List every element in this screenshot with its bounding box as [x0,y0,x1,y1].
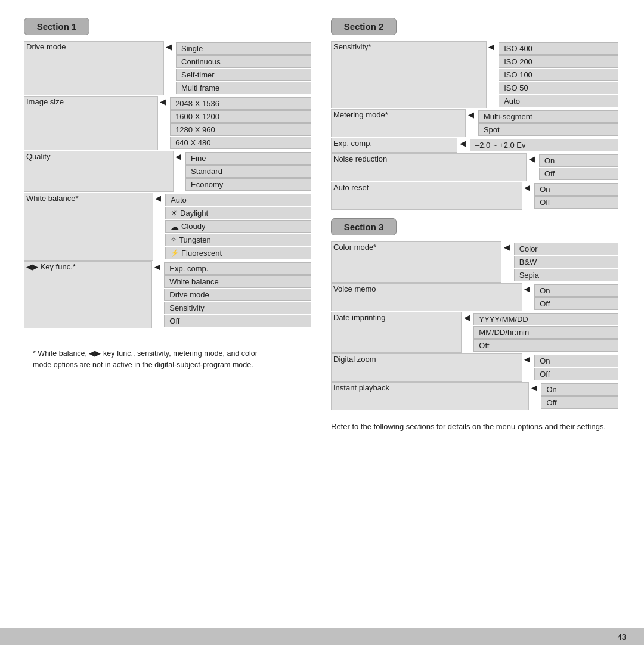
drive-mode-arrow: ◀ [163,42,174,95]
list-item: Off [539,168,618,180]
list-item: White balance [164,275,311,288]
list-item: ☀ Daylight [165,207,311,219]
list-item: Self-timer [176,69,311,81]
note-box: * White balance, ◀▶ key func., sensitivi… [24,342,280,377]
list-item: Multi-segment [478,110,618,123]
section3-digital-zoom: Digital zoom ◀ On Off [331,353,620,382]
digital-zoom-arrow: ◀ [522,354,532,382]
list-item: Sepia [514,269,618,281]
list-item: Economy [185,178,311,191]
list-item: On [534,183,618,196]
section2-header: Section 2 [331,18,620,38]
list-item: Standard [185,165,311,178]
metering-label: Metering mode* [332,110,466,137]
quality-label: Quality [24,151,174,192]
list-item: ✧ Tungsten [165,234,311,246]
key-func-arrow: ◀ [151,262,162,328]
section1-quality: Quality ◀ Fine Standard Economy [24,151,313,192]
voice-memo-arrow: ◀ [522,284,532,311]
list-item: ☁ Cloudy [165,220,311,233]
date-imprint-arrow: ◀ [461,312,472,353]
section2-noise: Noise reduction ◀ On Off [331,153,620,181]
digital-zoom-label: Digital zoom [332,354,522,382]
noise-arrow: ◀ [527,154,537,181]
image-size-options: 2048 X 1536 1600 X 1200 1280 X 960 640 X… [168,97,313,150]
list-item: Off [164,315,311,327]
section1-key-func: ◀▶ Key func.* ◀ Exp. comp. White balance… [24,261,313,328]
color-mode-options: Color B&W Sepia [512,242,620,283]
section2-sensitivity: Sensitivity* ◀ ISO 400 ISO 200 ISO 100 I… [331,41,620,108]
list-item: YYYY/MM/DD [473,313,618,325]
section3-voice-memo: Voice memo ◀ On Off [331,283,620,311]
section2-exp-comp: Exp. comp. ◀ –2.0 ~ +2.0 Ev [331,138,620,153]
sensitivity-label: Sensitivity* [332,42,487,108]
section3-date-imprint: Date imprinting ◀ YYYY/MM/DD MM/DD/hr:mi… [331,312,620,353]
list-item: Drive mode [164,289,311,301]
auto-reset-options: On Off [532,182,620,210]
list-item: Off [473,339,618,352]
metering-arrow: ◀ [466,110,476,137]
noise-label: Noise reduction [332,154,527,181]
section3-instant-playback: Instant playback ◀ On Off [331,382,620,410]
quality-options: Fine Standard Economy [184,151,313,192]
list-item: Off [534,297,618,310]
sensitivity-options: ISO 400 ISO 200 ISO 100 ISO 50 Auto [497,42,620,108]
instant-playback-arrow: ◀ [528,383,539,410]
exp-comp-arrow: ◀ [457,138,468,153]
auto-reset-label: Auto reset [332,182,522,210]
list-item: ISO 50 [499,82,618,94]
left-column: Section 1 Drive mode ◀ Single Continuous… [24,18,313,433]
exp-comp-label: Exp. comp. [332,138,457,153]
voice-memo-label: Voice memo [332,284,522,311]
key-func-options: Exp. comp. White balance Drive mode Sens… [162,262,313,328]
list-item: On [541,383,618,396]
list-item: Off [534,368,618,380]
list-item: On [534,284,618,297]
list-item: Auto [499,95,618,107]
list-item: ISO 400 [499,42,618,55]
key-func-label: ◀▶ Key func.* [24,262,152,328]
bottom-text: Refer to the following sections for deta… [331,421,620,433]
list-item: Multi frame [176,82,311,94]
section1-image-size: Image size ◀ 2048 X 1536 1600 X 1200 128… [24,96,313,150]
list-item: On [539,154,618,167]
list-item: Off [534,196,618,209]
exp-comp-options: –2.0 ~ +2.0 Ev [468,138,620,153]
white-balance-options: Auto ☀ Daylight ☁ Cloudy ✧ Tungsten ⚡ Fl… [163,193,313,261]
drive-mode-label: Drive mode [24,42,164,95]
list-item: B&W [514,256,618,268]
voice-memo-options: On Off [532,284,620,311]
list-item: Sensitivity [164,302,311,314]
section1-white-balance: White balance* ◀ Auto ☀ Daylight ☁ Cloud… [24,193,313,261]
list-item: MM/DD/hr:min [473,326,618,339]
section2-metering: Metering mode* ◀ Multi-segment Spot [331,109,620,137]
list-item: On [534,355,618,367]
cloud-icon: ☁ [171,222,179,231]
image-size-label: Image size [24,97,158,150]
image-size-arrow: ◀ [157,97,168,150]
instant-playback-options: On Off [539,383,620,410]
list-item: ⚡ Fluorescent [165,247,311,259]
page-number: 43 [618,632,626,641]
date-imprint-options: YYYY/MM/DD MM/DD/hr:min Off [472,312,620,353]
main-columns: Section 1 Drive mode ◀ Single Continuous… [24,18,620,433]
list-item: Continuous [176,55,311,68]
digital-zoom-options: On Off [532,354,620,382]
noise-options: On Off [537,154,620,181]
list-item: 1600 X 1200 [170,110,311,123]
list-item: Fine [185,152,311,165]
metering-options: Multi-segment Spot [476,110,620,137]
sensitivity-arrow: ◀ [486,42,497,108]
list-item: ISO 200 [499,55,618,68]
list-item: Color [514,243,618,255]
quality-arrow: ◀ [173,151,184,192]
sun-icon: ☀ [171,209,178,218]
note-text: * White balance, ◀▶ key func., sensitivi… [33,349,258,369]
list-item: Off [541,396,618,409]
list-item: –2.0 ~ +2.0 Ev [470,139,618,151]
color-mode-label: Color mode* [332,242,501,283]
list-item: 2048 X 1536 [170,97,311,110]
drive-mode-options: Single Continuous Self-timer Multi frame [174,42,313,95]
right-column: Section 2 Sensitivity* ◀ ISO 400 ISO 200… [331,18,620,433]
white-balance-label: White balance* [24,193,153,261]
